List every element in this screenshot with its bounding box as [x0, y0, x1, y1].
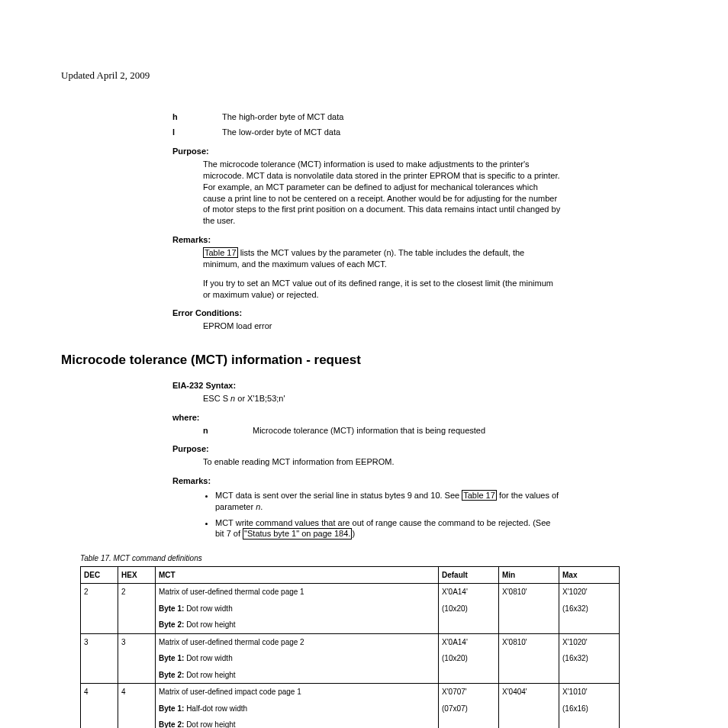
syntax-suffix: or X'1B;53;n': [235, 394, 285, 403]
b2v: Dot row height: [184, 671, 235, 679]
cell-default: X'0A14' (10x20): [439, 633, 499, 684]
def-l: l The low-order byte of MCT data: [172, 127, 562, 138]
table17-link-2[interactable]: Table 17: [462, 490, 497, 501]
b2l: Byte 2:: [159, 720, 184, 728]
where-label: where:: [172, 412, 562, 424]
b1c: .: [260, 502, 263, 511]
table-header-row: DEC HEX MCT Default Min Max: [81, 566, 620, 584]
remarks-bullet-1: MCT data is sent over the serial line in…: [215, 490, 562, 513]
th-default: Default: [439, 566, 499, 584]
cell-max: X'1020' (16x32): [559, 633, 620, 684]
max1: X'1010': [562, 687, 616, 697]
def1: X'0A14': [442, 587, 495, 598]
max2: (16x32): [562, 653, 616, 664]
b1v: Dot row width: [184, 604, 232, 613]
cell-hex: 2: [118, 584, 156, 634]
def-l-key: l: [172, 127, 222, 138]
purpose-text: The microcode tolerance (MCT) informatio…: [203, 159, 562, 227]
b2v: Dot row height: [184, 620, 235, 629]
where-n-text: Microcode tolerance (MCT) information th…: [253, 425, 562, 436]
cell-min: X'0810': [499, 584, 559, 634]
mct-table: DEC HEX MCT Default Min Max 2 2 Matrix o…: [80, 566, 620, 728]
cell-dec: 4: [81, 684, 118, 728]
b2l: Byte 2:: [159, 620, 184, 629]
b1v: Half-dot row width: [184, 704, 247, 713]
th-min: Min: [499, 566, 559, 584]
mct-title: Matrix of user-defined thermal code page…: [159, 588, 304, 596]
b2l: Byte 2:: [159, 671, 184, 679]
cell-hex: 4: [118, 684, 156, 728]
cell-max: X'1020' (16x32): [559, 584, 620, 634]
remarks2-label: Remarks:: [172, 475, 562, 487]
mct-title: Matrix of user-defined thermal code page…: [159, 638, 304, 646]
cell-mct: Matrix of user-defined impact code page …: [156, 684, 439, 728]
def1: X'0A14': [442, 637, 495, 648]
th-hex: HEX: [118, 566, 156, 584]
syntax-text: ESC S n or X'1B;53;n': [203, 393, 562, 404]
th-mct: MCT: [156, 566, 439, 584]
remarks-text-1a: lists the MCT values by the parameter (n…: [203, 248, 524, 269]
mct-table-wrap: Table 17. MCT command definitions DEC HE…: [80, 553, 620, 728]
updated-date: Updated April 2, 2009: [61, 69, 667, 82]
b2v: Dot row height: [184, 720, 235, 728]
remarks-bullet-2: MCT write command values that are out of…: [215, 517, 562, 540]
cell-mct: Matrix of user-defined thermal code page…: [156, 584, 439, 634]
max1: X'1020': [562, 637, 616, 648]
mct-title: Matrix of user-defined impact code page …: [159, 688, 301, 696]
request-block: EIA-232 Syntax: ESC S n or X'1B;53;n' wh…: [172, 380, 562, 540]
remarks-text-1: Table 17 lists the MCT values by the par…: [203, 247, 562, 270]
purpose2-text: To enable reading MCT information from E…: [203, 456, 562, 468]
remarks-list: MCT data is sent over the serial line in…: [203, 490, 562, 540]
cell-min: X'0404': [499, 684, 559, 728]
def-h-text: The high-order byte of MCT data: [222, 111, 562, 123]
cell-dec: 3: [81, 633, 118, 684]
def2: (10x20): [442, 604, 495, 614]
syntax-label: EIA-232 Syntax:: [172, 380, 562, 391]
error-text: EPROM load error: [203, 321, 562, 332]
table-row: 2 2 Matrix of user-defined thermal code …: [81, 584, 620, 634]
b1l: Byte 1:: [159, 654, 184, 662]
def2: (07x07): [442, 704, 495, 714]
max1: X'1020': [562, 587, 616, 598]
def-l-text: The low-order byte of MCT data: [222, 127, 562, 138]
table-caption: Table 17. MCT command definitions: [80, 553, 620, 564]
max2: (16x16): [562, 704, 616, 714]
cell-dec: 2: [81, 584, 118, 634]
remarks-text-2: If you try to set an MCT value out of it…: [203, 278, 562, 301]
def-h: h The high-order byte of MCT data: [172, 111, 562, 123]
table17-link[interactable]: Table 17: [203, 247, 238, 258]
max2: (16x32): [562, 604, 616, 614]
cell-min: X'0810': [499, 633, 559, 684]
cell-default: X'0A14' (10x20): [439, 584, 499, 634]
where-n-key: n: [203, 425, 253, 436]
b1l: Byte 1:: [159, 604, 184, 613]
def1: X'0707': [442, 687, 495, 697]
syntax-prefix: ESC S: [203, 394, 230, 403]
b1v: Dot row width: [184, 654, 232, 662]
definitions-block: h The high-order byte of MCT data l The …: [172, 111, 562, 333]
cell-max: X'1010' (16x16): [559, 684, 620, 728]
where-n: n Microcode tolerance (MCT) information …: [203, 425, 562, 436]
remarks-label: Remarks:: [172, 234, 562, 246]
b1l: Byte 1:: [159, 704, 184, 713]
cell-hex: 3: [118, 633, 156, 684]
error-label: Error Conditions:: [172, 308, 562, 319]
cell-default: X'0707' (07x07): [439, 684, 499, 728]
b1a: MCT data is sent over the serial line in…: [215, 491, 462, 500]
status-byte-link[interactable]: "Status byte 1" on page 184.: [243, 528, 352, 539]
cell-mct: Matrix of user-defined thermal code page…: [156, 633, 439, 684]
def2: (10x20): [442, 653, 495, 664]
table-row: 3 3 Matrix of user-defined thermal code …: [81, 633, 620, 684]
th-dec: DEC: [81, 566, 118, 584]
purpose-label: Purpose:: [172, 146, 562, 157]
def-h-key: h: [172, 111, 222, 123]
purpose2-label: Purpose:: [172, 443, 562, 455]
th-max: Max: [559, 566, 620, 584]
table-row: 4 4 Matrix of user-defined impact code p…: [81, 684, 620, 728]
section-heading: Microcode tolerance (MCT) information - …: [61, 352, 667, 369]
b2b: ): [352, 529, 355, 538]
